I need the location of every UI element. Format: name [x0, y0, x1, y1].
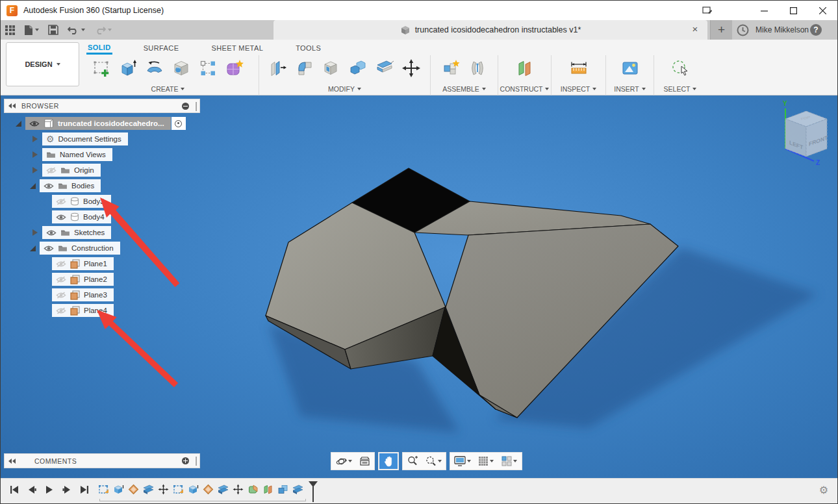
- tab-tools[interactable]: TOOLS: [294, 42, 322, 53]
- timeline-boundary-fill-icon[interactable]: [246, 482, 260, 496]
- tree-row-plane2[interactable]: Plane2: [4, 273, 200, 286]
- panel-grip[interactable]: [195, 457, 197, 466]
- timeline-split-body-icon[interactable]: [142, 482, 155, 496]
- timeline-sketch-icon[interactable]: [97, 482, 110, 496]
- eye-visible-icon[interactable]: [46, 229, 57, 236]
- close-button[interactable]: [808, 1, 837, 20]
- create-form-icon[interactable]: [223, 57, 246, 79]
- zoom-window-button[interactable]: [422, 453, 445, 469]
- collapse-panel-icon[interactable]: [8, 103, 16, 108]
- eye-hidden-icon[interactable]: [56, 276, 66, 283]
- pan-button[interactable]: [379, 453, 398, 469]
- document-tab-close-icon[interactable]: ×: [689, 23, 701, 35]
- go-to-end-button[interactable]: [79, 483, 90, 496]
- browser-header[interactable]: BROWSER: [4, 99, 200, 113]
- viewport-canvas[interactable]: Y Z LEFT FRONT TOP BROWSER: [1, 95, 838, 478]
- insert-image-icon[interactable]: [619, 57, 641, 79]
- eye-visible-icon[interactable]: [44, 183, 54, 190]
- timeline-offset-plane-icon[interactable]: [201, 482, 215, 496]
- view-cube[interactable]: Y Z LEFT FRONT TOP: [783, 100, 828, 166]
- file-menu-icon[interactable]: [19, 20, 44, 40]
- minimize-panel-icon[interactable]: [182, 103, 189, 110]
- tab-sheet-metal[interactable]: SHEET METAL: [210, 42, 264, 53]
- expander-collapsed-icon[interactable]: [32, 151, 38, 158]
- add-comment-icon[interactable]: [182, 457, 189, 464]
- joint-icon[interactable]: [466, 57, 489, 79]
- tree-row-construction[interactable]: Construction: [4, 242, 200, 255]
- timeline-split-body-icon[interactable]: [216, 482, 230, 496]
- step-forward-button[interactable]: [61, 483, 73, 496]
- timeline-construct-plane-icon[interactable]: [261, 482, 275, 496]
- app-grid-icon[interactable]: [1, 20, 19, 40]
- user-account-button[interactable]: Mike Mikkelson: [755, 20, 809, 40]
- timeline-split-body-icon[interactable]: [291, 482, 305, 496]
- group-label-assemble[interactable]: ASSEMBLE: [435, 85, 494, 94]
- pattern-icon[interactable]: [197, 57, 219, 79]
- select-icon[interactable]: [669, 57, 691, 79]
- panel-grip[interactable]: [195, 102, 197, 111]
- tree-row-bodies[interactable]: Bodies: [4, 179, 200, 192]
- expander-collapsed-icon[interactable]: [32, 167, 38, 173]
- tree-row-named-views[interactable]: Named Views: [4, 148, 200, 161]
- eye-hidden-icon[interactable]: [46, 167, 57, 174]
- step-back-button[interactable]: [26, 483, 38, 496]
- group-label-select[interactable]: SELECT: [658, 85, 702, 94]
- undo-icon[interactable]: [63, 20, 90, 40]
- look-at-button[interactable]: [355, 453, 374, 469]
- timeline-extrude-icon[interactable]: [112, 482, 125, 496]
- create-sketch-icon[interactable]: [90, 57, 112, 79]
- construct-plane-icon[interactable]: [514, 57, 536, 79]
- tree-row-origin[interactable]: Origin: [4, 164, 200, 177]
- eye-visible-icon[interactable]: [29, 120, 40, 127]
- group-label-construct[interactable]: CONSTRUCT: [502, 85, 547, 94]
- shell-icon[interactable]: [320, 57, 342, 79]
- group-label-inspect[interactable]: INSPECT: [555, 85, 602, 94]
- eye-hidden-icon[interactable]: [56, 260, 66, 268]
- expander-expanded-icon[interactable]: [16, 121, 21, 127]
- group-label-modify[interactable]: MODIFY: [263, 85, 426, 94]
- touch-mode-icon[interactable]: [694, 1, 720, 20]
- zoom-button[interactable]: [403, 453, 422, 469]
- hole-icon[interactable]: [170, 57, 192, 79]
- move-copy-icon[interactable]: [400, 57, 422, 79]
- tab-surface[interactable]: SURFACE: [142, 42, 181, 53]
- display-settings-button[interactable]: [451, 453, 474, 469]
- measure-icon[interactable]: [568, 57, 590, 79]
- grid-settings-button[interactable]: [474, 453, 498, 469]
- tree-row-plane4[interactable]: Plane4: [4, 304, 200, 317]
- expander-expanded-icon[interactable]: [30, 246, 36, 251]
- document-tab[interactable]: truncated icosidodecahedron instructable…: [273, 20, 707, 40]
- group-label-insert[interactable]: INSERT: [610, 85, 650, 94]
- fillet-icon[interactable]: [294, 57, 316, 79]
- tree-row-root[interactable]: truncated icosidodecahedro...: [4, 117, 200, 130]
- new-component-icon[interactable]: [440, 57, 462, 79]
- combine-icon[interactable]: [347, 57, 369, 79]
- help-icon[interactable]: ?: [810, 24, 822, 36]
- eye-visible-icon[interactable]: [44, 245, 54, 252]
- redo-icon[interactable]: [90, 20, 116, 40]
- new-tab-button[interactable]: +: [710, 20, 732, 40]
- tree-row-plane3[interactable]: Plane3: [4, 288, 200, 301]
- revolve-icon[interactable]: [144, 57, 166, 79]
- go-to-start-button[interactable]: [8, 483, 20, 496]
- timeline-combine-icon[interactable]: [276, 482, 290, 496]
- play-button[interactable]: [44, 483, 55, 496]
- eye-hidden-icon[interactable]: [56, 198, 66, 205]
- tab-solid[interactable]: SOLID: [86, 41, 112, 55]
- activate-radio-icon[interactable]: [175, 120, 182, 127]
- comments-bar[interactable]: COMMENTS: [4, 453, 200, 468]
- tree-row-sketches[interactable]: Sketches: [4, 226, 200, 239]
- activate-component-box[interactable]: [171, 117, 186, 130]
- eye-visible-icon[interactable]: [56, 214, 66, 221]
- timeline-position-marker[interactable]: [308, 481, 318, 504]
- collapse-panel-icon[interactable]: [8, 459, 16, 464]
- recent-documents-clock-icon[interactable]: [735, 22, 750, 38]
- expander-collapsed-icon[interactable]: [32, 136, 38, 142]
- minimize-button[interactable]: [750, 1, 779, 20]
- timeline-settings-gear-icon[interactable]: ⚙: [819, 485, 828, 496]
- viewports-button[interactable]: [498, 453, 521, 469]
- timeline-sketch-icon[interactable]: [171, 482, 185, 496]
- extrude-icon[interactable]: [117, 57, 139, 79]
- press-pull-icon[interactable]: [267, 57, 289, 79]
- tree-row-plane1[interactable]: Plane1: [4, 257, 200, 270]
